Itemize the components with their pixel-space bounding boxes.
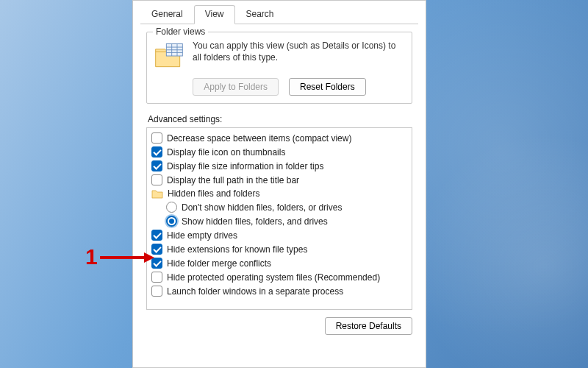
adv-item-1[interactable]: Display file icon on thumbnails [148, 145, 410, 159]
folder-options-dialog: General View Search Folder views [132, 0, 426, 368]
adv-item-label: Display the full path in the title bar [167, 175, 299, 185]
tab-general[interactable]: General [140, 5, 194, 24]
tab-view-panel: Folder views You can apply this view (su… [140, 24, 418, 362]
restore-defaults-button[interactable]: Restore Defaults [325, 317, 412, 335]
radio-icon[interactable] [166, 216, 177, 227]
adv-item-10[interactable]: Hide protected operating system files (R… [148, 270, 410, 284]
adv-item-label: Hide protected operating system files (R… [167, 272, 380, 283]
checkbox-icon[interactable] [151, 286, 162, 297]
adv-item-label: Launch folder windows in a separate proc… [167, 286, 343, 297]
checkbox-icon[interactable] [151, 146, 162, 158]
adv-item-label: Hide extensions for known file types [167, 244, 307, 255]
adv-item-11[interactable]: Launch folder windows in a separate proc… [148, 284, 410, 298]
folder-views-group: Folder views You can apply this view (su… [146, 32, 412, 104]
folder-icon [151, 188, 163, 199]
adv-item-9[interactable]: Hide folder merge conflicts [148, 256, 410, 270]
checkbox-icon[interactable] [151, 132, 162, 144]
adv-item-5[interactable]: Don't show hidden files, folders, or dri… [148, 200, 410, 214]
advanced-settings-tree[interactable]: Decrease space between items (compact vi… [146, 127, 412, 310]
adv-item-label: Don't show hidden files, folders, or dri… [182, 202, 342, 213]
annotation-arrow-icon [98, 251, 156, 264]
advanced-settings-label: Advanced settings: [148, 114, 412, 124]
adv-item-2[interactable]: Display file size information in folder … [148, 159, 410, 173]
annotation-number-1: 1 [85, 244, 98, 269]
adv-item-6[interactable]: Show hidden files, folders, and drives [148, 214, 410, 228]
adv-item-label: Display file size information in folder … [167, 161, 323, 171]
adv-item-8[interactable]: Hide extensions for known file types [148, 242, 410, 256]
radio-icon[interactable] [166, 202, 177, 213]
folder-views-desc: You can apply this view (such as Details… [193, 40, 406, 63]
tab-strip: General View Search [133, 1, 426, 24]
apply-to-folders-button: Apply to Folders [193, 78, 279, 96]
folder-views-title: Folder views [153, 26, 208, 37]
adv-item-label: Hide folder merge conflicts [167, 258, 271, 269]
adv-item-label: Show hidden files, folders, and drives [182, 216, 328, 227]
adv-item-label: Hide empty drives [167, 230, 237, 241]
adv-item-label: Decrease space between items (compact vi… [167, 133, 351, 144]
reset-folders-button[interactable]: Reset Folders [289, 78, 366, 96]
adv-item-label: Hidden files and folders [168, 188, 259, 199]
checkbox-icon[interactable] [151, 272, 162, 283]
checkbox-icon[interactable] [151, 160, 162, 171]
adv-item-3[interactable]: Display the full path in the title bar [148, 173, 410, 187]
svg-marker-7 [144, 252, 154, 263]
checkbox-icon[interactable] [151, 230, 162, 241]
adv-item-4: Hidden files and folders [148, 187, 410, 200]
tab-search[interactable]: Search [235, 5, 285, 24]
tab-view[interactable]: View [194, 5, 235, 24]
checkbox-icon[interactable] [151, 174, 162, 185]
folder-views-icon [153, 40, 185, 72]
adv-item-0[interactable]: Decrease space between items (compact vi… [148, 131, 410, 145]
adv-item-label: Display file icon on thumbnails [167, 147, 285, 158]
adv-item-7[interactable]: Hide empty drives [148, 228, 410, 242]
